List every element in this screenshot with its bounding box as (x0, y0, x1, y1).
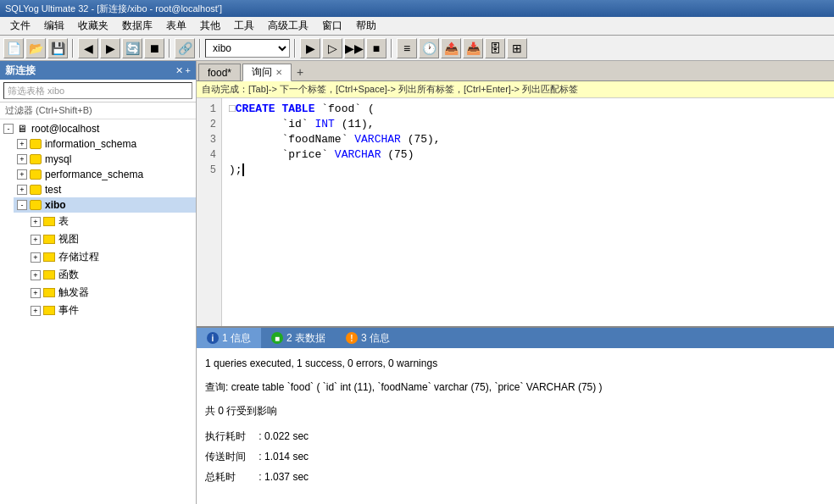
tab-food-label: food* (208, 67, 231, 79)
total-label: 总耗时 (205, 468, 256, 485)
line-num-1: 1 (202, 102, 216, 117)
tree-expand-test[interactable]: + (17, 185, 27, 195)
toolbar-save[interactable]: 💾 (47, 38, 68, 58)
tree-expand-triggers[interactable]: + (31, 288, 41, 298)
toolbar-schema[interactable]: 🗄 (485, 38, 505, 58)
result-tab-data[interactable]: ■ 2 表数据 (261, 328, 336, 348)
menu-edit[interactable]: 编辑 (37, 17, 71, 35)
line-num-4: 4 (202, 147, 216, 163)
folder-icon-functions (42, 269, 56, 281)
tree-item-xibo[interactable]: - xibo (14, 197, 196, 213)
toolbar-back[interactable]: ◀ (78, 38, 98, 58)
result-tab-msg-label: 3 信息 (361, 331, 390, 346)
tab-query[interactable]: 询问 ✕ (242, 64, 292, 81)
db-icon-xibo (29, 199, 42, 211)
col-foodname-name: `foodName` (281, 133, 348, 146)
tree-expand-events[interactable]: + (31, 306, 41, 316)
menu-window[interactable]: 窗口 (315, 17, 349, 35)
toolbar-open[interactable]: 📂 (25, 38, 46, 58)
menu-bar: 文件 编辑 收藏夹 数据库 表单 其他 工具 高级工具 窗口 帮助 (0, 17, 834, 36)
tree-item-root[interactable]: - 🖥 root@localhost (0, 121, 196, 136)
toolbar-sep5 (391, 39, 392, 58)
toolbar-format[interactable]: ≡ (397, 38, 417, 58)
result-line3: 共 0 行受到影响 (205, 402, 826, 419)
menu-database[interactable]: 数据库 (115, 17, 159, 35)
main-container: 新连接 ✕ + 过滤器 (Ctrl+Shift+B) - 🖥 root@loca… (0, 61, 834, 504)
toolbar-execute-all[interactable]: ▶▶ (344, 38, 364, 58)
tree-item-mysql[interactable]: + mysql (14, 152, 196, 167)
tree-expand-perf[interactable]: + (17, 169, 27, 180)
autocomplete-text: 自动完成：[Tab]-> 下一个标签，[Ctrl+Space]-> 列出所有标签… (202, 83, 578, 96)
tree-item-perf-schema[interactable]: + performance_schema (14, 167, 196, 182)
code-editor[interactable]: 1 2 3 4 5 □CREATE TABLE `food` ( `id` IN… (197, 98, 834, 326)
menu-table[interactable]: 表单 (159, 17, 193, 35)
tree-item-test[interactable]: + test (14, 182, 196, 197)
tree-expand-views[interactable]: + (31, 235, 41, 245)
toolbar-stop2[interactable]: ■ (366, 38, 386, 58)
result-transfer-time: 传送时间 : 1.014 sec (205, 448, 826, 465)
tree-item-tables[interactable]: + 表 (27, 213, 196, 230)
result-tab-msg[interactable]: ! 3 信息 (336, 328, 400, 348)
toolbar-history[interactable]: 🕐 (419, 38, 439, 58)
result-tab-data-icon: ■ (271, 332, 283, 344)
menu-advanced-tools[interactable]: 高级工具 (261, 17, 315, 35)
toolbar-connect[interactable]: 🔗 (175, 38, 195, 58)
result-tab-data-label: 2 表数据 (286, 331, 325, 346)
transfer-value: : 1.014 sec (259, 451, 309, 462)
tree-expand-tables[interactable]: + (31, 217, 41, 227)
tree-expand-root[interactable]: - (3, 124, 14, 134)
toolbar-stop[interactable]: ⏹ (144, 38, 164, 58)
line-numbers: 1 2 3 4 5 (197, 98, 222, 326)
col-id-name: `id` (281, 118, 308, 130)
db-icon-test (29, 184, 42, 196)
tab-add-btn[interactable]: + (292, 64, 309, 80)
toolbar-new[interactable]: 📄 (3, 38, 24, 58)
tree-expand-xibo[interactable]: - (17, 200, 27, 210)
menu-file[interactable]: 文件 (3, 17, 37, 35)
toolbar-sep2 (169, 39, 170, 58)
toolbar-play[interactable]: ▶ (100, 38, 120, 58)
result-exec-time: 执行耗时 : 0.022 sec (205, 428, 826, 445)
tree-item-views[interactable]: + 视图 (27, 230, 196, 248)
menu-other[interactable]: 其他 (193, 17, 227, 35)
tree-expand-mysql[interactable]: + (17, 154, 27, 164)
tree-item-procedures[interactable]: + 存储过程 (27, 248, 196, 266)
result-tab-info[interactable]: i 1 信息 (197, 328, 261, 348)
result-tab-info-label: 1 信息 (222, 331, 251, 346)
toolbar-sep1 (72, 39, 74, 58)
toolbar-execute[interactable]: ▶ (300, 38, 320, 58)
tab-food[interactable]: food* (198, 64, 241, 80)
tree-item-functions[interactable]: + 函数 (27, 266, 196, 284)
toolbar-grid[interactable]: ⊞ (507, 38, 527, 58)
filter-hint: 过滤器 (Ctrl+Shift+B) (0, 102, 196, 119)
tree-item-information-schema[interactable]: + information_schema (14, 136, 196, 152)
result-text-line3: 共 0 行受到影响 (205, 405, 277, 417)
menu-tools[interactable]: 工具 (227, 17, 261, 35)
db-icon-mysql (29, 153, 42, 165)
tree-expand-functions[interactable]: + (31, 270, 41, 280)
code-content[interactable]: □CREATE TABLE `food` ( `id` INT (11), `f… (222, 98, 834, 326)
toolbar-refresh[interactable]: 🔄 (122, 38, 142, 58)
folder-icon-tables (42, 216, 56, 228)
sidebar-header: 新连接 ✕ + (0, 61, 196, 80)
sidebar-tree: - 🖥 root@localhost + information_schema (0, 119, 196, 504)
toolbar-export[interactable]: 📤 (441, 38, 461, 58)
tree-expand-is[interactable]: + (17, 139, 27, 149)
tree-item-events[interactable]: + 事件 (27, 302, 196, 319)
toolbar-import[interactable]: 📥 (463, 38, 483, 58)
sidebar-close-btn[interactable]: ✕ + (175, 65, 191, 76)
tree-label-procedures: 存储过程 (58, 250, 99, 264)
tree-item-triggers[interactable]: + 触发器 (27, 284, 196, 302)
menu-favorites[interactable]: 收藏夹 (71, 17, 115, 35)
tab-query-label: 询问 (252, 65, 272, 80)
line-num-2: 2 (202, 117, 216, 132)
database-select[interactable]: xibo (205, 39, 290, 58)
toolbar-execute-current[interactable]: ▷ (322, 38, 342, 58)
folder-icon-events (42, 305, 56, 317)
tab-query-close[interactable]: ✕ (275, 68, 282, 77)
tree-label-is: information_schema (45, 138, 136, 150)
menu-help[interactable]: 帮助 (349, 17, 383, 35)
keyword-create: CREATE (236, 102, 275, 115)
tree-expand-procedures[interactable]: + (31, 252, 41, 263)
sidebar-filter-input[interactable] (3, 82, 192, 99)
